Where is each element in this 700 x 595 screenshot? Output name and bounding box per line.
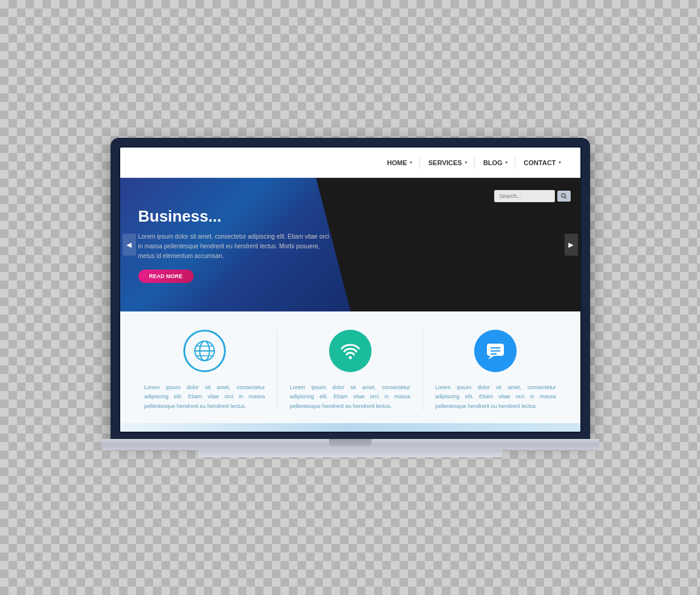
wifi-icon-container xyxy=(329,330,372,372)
svg-point-0 xyxy=(562,194,565,197)
nav-item-home[interactable]: HOME ▼ xyxy=(381,157,420,169)
chat-icon xyxy=(482,338,509,364)
hero-content: Business... Lorem ipsum dolor sit amet, … xyxy=(120,195,351,295)
globe-icon xyxy=(191,338,218,364)
nav-item-contact[interactable]: CONTACT ▼ xyxy=(518,157,568,169)
svg-line-1 xyxy=(565,197,566,199)
search-button[interactable] xyxy=(557,191,571,202)
nav-label-contact: CONTACT xyxy=(524,159,556,166)
hero-prev-button[interactable]: ◄ xyxy=(123,234,136,256)
nav-label-services: SERVICES xyxy=(429,159,462,166)
chat-icon-container xyxy=(474,330,517,372)
screen-content: HOME ▼ SERVICES ▼ BLOG ▼ CONTACT ▼ xyxy=(119,146,582,433)
nav-arrow-contact: ▼ xyxy=(558,160,562,165)
laptop-base xyxy=(101,439,599,450)
hero-title: Business... xyxy=(138,207,333,226)
navbar: HOME ▼ SERVICES ▼ BLOG ▼ CONTACT ▼ xyxy=(120,148,580,178)
nav-label-home: HOME xyxy=(387,159,407,166)
globe-icon-container xyxy=(183,330,226,372)
nav-item-blog[interactable]: BLOG ▼ xyxy=(477,157,515,169)
nav-items: HOME ▼ SERVICES ▼ BLOG ▼ CONTACT ▼ xyxy=(381,157,568,169)
laptop-hinge xyxy=(329,439,372,446)
svg-marker-9 xyxy=(488,356,494,359)
features-grid: Lorem ipsum dolor sit amet, consectetur … xyxy=(132,330,568,411)
nav-arrow-blog: ▼ xyxy=(505,160,509,165)
hero-body-text: Lorem ipsum dolor sit amet, consectetur … xyxy=(138,232,333,261)
read-more-button[interactable]: READ MORE xyxy=(138,270,194,283)
laptop-screen-frame: HOME ▼ SERVICES ▼ BLOG ▼ CONTACT ▼ xyxy=(110,138,590,439)
feature-globe: Lorem ipsum dolor sit amet, consectetur … xyxy=(132,330,278,411)
feature-wifi-text: Lorem ipsum dolor sit amet, consectetur … xyxy=(290,383,410,411)
wifi-icon xyxy=(337,338,364,364)
nav-arrow-home: ▼ xyxy=(409,160,413,165)
feature-wifi: Lorem ipsum dolor sit amet, consectetur … xyxy=(277,330,423,411)
feature-globe-text: Lorem ipsum dolor sit amet, consectetur … xyxy=(144,383,265,411)
search-input[interactable] xyxy=(494,190,555,202)
laptop-mockup: HOME ▼ SERVICES ▼ BLOG ▼ CONTACT ▼ xyxy=(101,138,599,457)
feature-chat-text: Lorem ipsum dolor sit amet, consectetur … xyxy=(435,383,556,411)
nav-arrow-services: ▼ xyxy=(464,160,468,165)
footer-bar xyxy=(120,423,580,432)
hero-section: Business... Lorem ipsum dolor sit amet, … xyxy=(120,178,580,311)
hero-next-button[interactable]: ► xyxy=(565,234,578,256)
svg-point-7 xyxy=(348,356,352,359)
feature-chat: Lorem ipsum dolor sit amet, consectetur … xyxy=(423,330,568,411)
features-section: Lorem ipsum dolor sit amet, consectetur … xyxy=(120,311,580,423)
hero-search xyxy=(494,190,571,202)
nav-label-blog: BLOG xyxy=(483,159,503,166)
nav-item-services[interactable]: SERVICES ▼ xyxy=(423,157,475,169)
laptop-stand xyxy=(199,450,502,457)
